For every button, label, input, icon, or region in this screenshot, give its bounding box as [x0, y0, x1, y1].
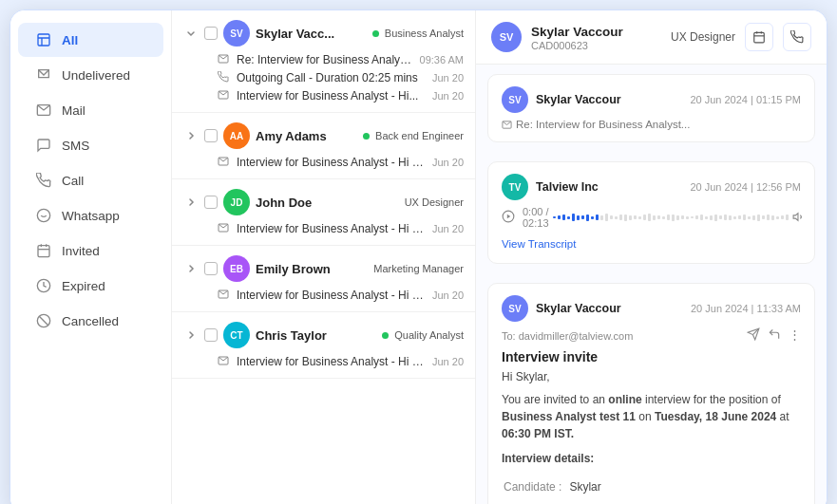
conv-message-text: Interview for Business Analyst - Hi Sk..…	[237, 355, 427, 368]
conv-header: SVSkylar Vacc...Business Analyst	[183, 20, 464, 47]
message-card[interactable]: TVTalview Inc20 Jun 2024 | 12:56 PM0:00 …	[487, 161, 815, 264]
sidebar-item-invited[interactable]: Invited	[18, 233, 163, 268]
expired-icon	[35, 277, 52, 294]
waveform-bar	[653, 215, 656, 220]
sidebar-item-mail[interactable]: Mail	[18, 93, 163, 127]
waveform-bar	[724, 215, 727, 220]
conversation-item[interactable]: AAAmy AdamsBack end EngineerInterview fo…	[172, 113, 475, 179]
message-sender: Talview Inc	[536, 180, 682, 194]
conv-message-row[interactable]: Outgoing Call - Duration 02:25 minsJun 2…	[183, 68, 464, 86]
message-card[interactable]: SVSkylar Vaccour20 Jun 2024 | 11:33 AMTo…	[487, 283, 815, 504]
conv-checkbox[interactable]	[204, 328, 218, 342]
sidebar: AllUndeliveredMailSMSCallWhatsappInvited…	[10, 10, 172, 504]
conv-message-row[interactable]: Interview for Business Analyst - Hi Sk..…	[183, 219, 464, 237]
view-transcript-link[interactable]: View Transcript	[502, 238, 576, 250]
conv-message-time: Jun 20	[432, 72, 464, 84]
audio-volume-icon[interactable]	[792, 211, 805, 225]
conversation-item[interactable]: EBEmily BrownMarketing ManagerInterview …	[172, 246, 475, 312]
waveform-bar	[591, 216, 594, 219]
detail-role: UX Designer	[671, 30, 735, 44]
waveform-bar	[700, 215, 703, 220]
waveform-bar	[695, 215, 698, 219]
conv-message-row[interactable]: Interview for Business Analyst - Hi...Ju…	[183, 86, 464, 104]
conversation-item[interactable]: JDJohn DoeUX DesignerInterview for Busin…	[172, 179, 475, 246]
waveform-bar	[733, 216, 736, 219]
waveform-bar	[638, 216, 641, 219]
conv-message-row[interactable]: Interview for Business Analyst - Hi Sk..…	[183, 153, 464, 171]
conv-message-row[interactable]: Re: Interview for Business Analys...09:3…	[183, 50, 464, 68]
email-icon	[218, 355, 231, 368]
waveform-bar	[667, 215, 670, 220]
conv-header: CTChris TaylorQuality Analyst	[183, 322, 464, 348]
message-subject: Re: Interview for Business Analyst...	[502, 119, 801, 130]
waveform-bar	[710, 215, 713, 220]
email-icon	[218, 89, 231, 103]
sidebar-item-undelivered[interactable]: Undelivered	[18, 58, 163, 92]
conv-expand-icon[interactable]	[183, 327, 199, 343]
waveform-bar	[586, 215, 589, 221]
conv-checkbox[interactable]	[204, 262, 218, 275]
invited-icon	[35, 242, 52, 259]
conv-name: Emily Brown	[256, 262, 368, 276]
conv-expand-icon[interactable]	[183, 128, 199, 143]
message-card-header: SVSkylar Vaccour20 Jun 2024 | 01:15 PM	[502, 86, 801, 113]
sidebar-item-call[interactable]: Call	[18, 163, 163, 197]
conv-message-time: Jun 20	[432, 356, 464, 367]
conv-message-text: Interview for Business Analyst - Hi Sk..…	[237, 156, 427, 169]
sidebar-item-sms[interactable]: SMS	[18, 128, 163, 162]
waveform-bar	[577, 215, 580, 220]
conv-name: Skylar Vacc...	[256, 27, 367, 41]
svg-marker-24	[507, 215, 511, 219]
sidebar-item-whatsapp[interactable]: Whatsapp	[18, 198, 163, 233]
conv-name: John Doe	[256, 196, 399, 210]
detail-name-block: Skylar VaccourCAD000623	[531, 23, 654, 51]
conv-expand-icon[interactable]	[183, 261, 199, 276]
waveform-bar	[610, 215, 613, 219]
conv-checkbox[interactable]	[204, 129, 218, 142]
waveform-bar	[657, 215, 660, 219]
conv-message-row[interactable]: Interview for Business Analyst - Hi Sk..…	[183, 352, 464, 370]
message-time: 20 Jun 2024 | 01:15 PM	[690, 94, 801, 105]
reply-icon[interactable]	[768, 327, 781, 344]
conv-name: Chris Taylor	[256, 328, 376, 343]
call-button[interactable]	[783, 23, 811, 51]
send-icon[interactable]	[747, 327, 760, 344]
email-icon	[218, 53, 231, 66]
sidebar-item-all[interactable]: All	[18, 23, 163, 57]
sidebar-item-expired[interactable]: Expired	[18, 269, 163, 303]
message-card[interactable]: SVSkylar Vaccour20 Jun 2024 | 01:15 PM R…	[487, 74, 815, 142]
conv-checkbox[interactable]	[204, 196, 218, 209]
conv-expand-icon[interactable]	[183, 26, 199, 41]
waveform-bar	[624, 215, 627, 221]
audio-player[interactable]: 0:00 / 02:13	[502, 206, 801, 229]
sms-icon	[35, 137, 52, 154]
sidebar-item-cancelled[interactable]: Cancelled	[18, 304, 163, 338]
more-options-icon[interactable]: ⋮	[789, 327, 801, 344]
call-icon	[35, 172, 52, 189]
waveform-bar	[572, 214, 575, 221]
invite-section-label: Interview details:	[502, 450, 801, 467]
waveform-bar	[600, 215, 603, 220]
conversation-item[interactable]: CTChris TaylorQuality AnalystInterview f…	[172, 312, 475, 379]
conv-expand-icon[interactable]	[183, 195, 199, 210]
conv-checkbox[interactable]	[204, 27, 218, 40]
email-icon	[218, 222, 231, 235]
conversation-item[interactable]: SVSkylar Vacc...Business AnalystRe: Inte…	[172, 10, 475, 113]
waveform-bar	[776, 216, 779, 219]
conv-header: AAAmy AdamsBack end Engineer	[183, 122, 464, 149]
mail-icon	[35, 102, 52, 119]
sidebar-item-label: Call	[62, 174, 84, 188]
audio-play-button[interactable]	[502, 210, 515, 225]
detail-pane: SVSkylar VaccourCAD000623UX DesignerSVSk…	[476, 10, 827, 504]
invite-to: To: davidmiller@talview.com	[502, 330, 633, 342]
calendar-button[interactable]	[745, 23, 773, 51]
avatar: JD	[223, 189, 250, 215]
invite-details-table: Candidate :SkylarPosition :Business Anal…	[502, 475, 781, 504]
detail-actions	[745, 23, 811, 51]
waveform-bar	[596, 215, 599, 220]
conv-message-row[interactable]: Interview for Business Analyst - Hi Sk..…	[183, 286, 464, 304]
waveform-bar	[786, 215, 789, 220]
conv-role: Back end Engineer	[375, 130, 464, 141]
message-card-header: TVTalview Inc20 Jun 2024 | 12:56 PM	[502, 174, 801, 200]
conv-message-text: Re: Interview for Business Analys...	[237, 53, 414, 66]
